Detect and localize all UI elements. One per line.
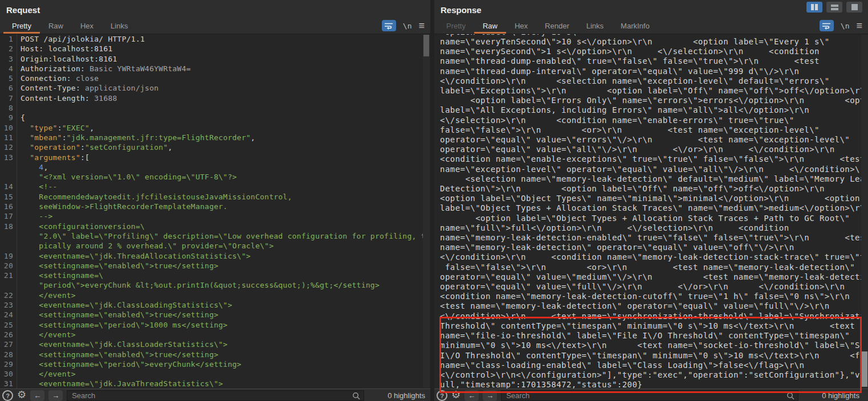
search-input[interactable]	[502, 391, 798, 400]
tab-raw[interactable]: Raw	[474, 18, 506, 34]
show-newlines-button[interactable]: \n	[841, 22, 850, 30]
response-scrollbar-thumb[interactable]	[862, 351, 867, 387]
response-scrollbar[interactable]	[861, 35, 868, 388]
code-line: 11 "mbean":"jdk.management.jfr:type=Flig…	[0, 133, 430, 142]
code-line: 29 <settingname=\"period\">everyChunk</s…	[0, 359, 430, 369]
code-line: 24 <settingname=\"enabled\">true</settin…	[0, 310, 430, 320]
tab-pretty[interactable]: Pretty	[438, 18, 474, 34]
code-line: pically around 2 % overhead.\" provider=…	[0, 241, 430, 251]
request-tabs: PrettyRawHexLinks	[3, 18, 136, 34]
code-line: name=\"file-io-threshold\" label=\"File …	[434, 331, 868, 341]
code-line: false=\"false\">\r\n <or>\r\n <test name…	[434, 263, 868, 272]
code-line: 13 "arguments":[	[0, 153, 430, 162]
tab-render[interactable]: Render	[536, 18, 578, 34]
code-line: name=\"full\">full<\/option>\r\n <\/sele…	[434, 223, 868, 233]
code-line: <\/selection>\r\n <condition name=\"enab…	[434, 116, 868, 125]
search-box	[501, 390, 798, 401]
help-icon[interactable]: ?	[2, 390, 13, 401]
code-line: name=\"everySecond\">1 s<\/option>\r\n <…	[434, 47, 868, 56]
search-settings-gear-icon[interactable]: ⚙	[451, 390, 461, 400]
response-tabs: PrettyRawHexRenderLinksMarkInfo	[438, 18, 658, 34]
request-tab-row: PrettyRawHexLinks \n ≡	[0, 18, 430, 34]
code-line: operator=\"equal\" value=\"full\"\/>\r\n…	[434, 282, 868, 292]
code-line: <condition name=\"enable-exceptions\" tr…	[434, 154, 868, 164]
tab-hex[interactable]: Hex	[506, 18, 536, 34]
code-line: name=\"class-loading-enabled\" label=\"C…	[434, 361, 868, 370]
response-tab-icons: \n ≡	[820, 20, 862, 31]
tab-markinfo[interactable]: MarkInfo	[612, 18, 658, 34]
code-line: 22 </event>	[0, 290, 430, 300]
code-line: 23 <eventname=\"jdk.ClassLoadingStatisti…	[0, 300, 430, 310]
word-wrap-icon	[384, 22, 393, 30]
code-line: name=\"everyTenSecond\">10 s<\/option>\r…	[434, 37, 868, 47]
response-tab-row: PrettyRawHexRenderLinksMarkInfo \n ≡	[434, 18, 868, 34]
code-line: 19 <eventname=\"jdk.ThreadAllocationStat…	[0, 251, 430, 261]
code-line: 14 <!--	[0, 182, 430, 191]
code-line: label=\"Exceptions\">\r\n <option label=…	[434, 86, 868, 96]
word-wrap-button[interactable]	[820, 20, 834, 31]
code-line: 4Authorization: Basic YWRtaW46YWRtaW4=	[0, 64, 430, 73]
tab-raw[interactable]: Raw	[40, 18, 72, 34]
code-line: 18 <configurationversion=\	[0, 222, 430, 231]
code-line: label=\"All Exceptions, including Errors…	[434, 105, 868, 115]
search-settings-gear-icon[interactable]: ⚙	[17, 390, 26, 400]
pane-square	[851, 4, 858, 10]
next-match-button[interactable]: →	[483, 390, 497, 401]
tab-pretty[interactable]: Pretty	[3, 18, 40, 34]
code-line: I\/O Threshold\" contentType=\"timespan\…	[434, 351, 868, 361]
code-line: name=\"memory-leak-detection-enabled\" t…	[434, 233, 868, 243]
code-line: 27 <eventname=\"jdk.ClassLoaderStatistic…	[0, 339, 430, 349]
code-line: <\/control>\r\n<\/configuration>"],"type…	[434, 370, 868, 380]
code-line: 17 -->	[0, 211, 430, 221]
code-line: Threshold\" contentType=\"timespan\" min…	[434, 321, 868, 331]
tab-links[interactable]: Links	[102, 18, 136, 34]
show-newlines-button[interactable]: \n	[403, 22, 412, 30]
code-line: 2Host: localhost:8161	[0, 44, 430, 54]
next-match-button[interactable]: →	[48, 390, 63, 401]
previous-match-button[interactable]: ←	[30, 390, 44, 401]
previous-match-button[interactable]: ←	[464, 390, 479, 401]
word-wrap-button[interactable]	[382, 20, 396, 31]
split-columns-button[interactable]	[806, 2, 822, 13]
code-line: "<?xml version=\"1.0\" encoding=\"UTF-8\…	[0, 172, 430, 182]
search-box	[67, 390, 364, 401]
code-line: 4,	[0, 162, 430, 172]
code-line: 30 </event>	[0, 369, 430, 379]
code-line: 28 <settingname=\"enabled\">true</settin…	[0, 350, 430, 359]
request-panel-title: Request	[0, 0, 430, 18]
code-line: 12 "operation":"setConfiguration",	[0, 142, 430, 152]
tab-links[interactable]: Links	[578, 18, 612, 34]
search-icon	[787, 392, 794, 400]
help-icon[interactable]: ?	[437, 390, 447, 401]
code-line: 16 seeWindow->FlightRecorderTemplateMana…	[0, 202, 430, 211]
code-line: 7Content-Length: 31688	[0, 93, 430, 103]
response-editor[interactable]: <option label=\"Every 10 s\" name=\"ever…	[434, 34, 868, 388]
code-line: <\/condition>\r\n <text name=\"synchroni…	[434, 312, 868, 321]
editor-menu-icon[interactable]: ≡	[856, 21, 862, 31]
tab-hex[interactable]: Hex	[72, 18, 102, 34]
request-editor[interactable]: 1POST /api/jolokia/ HTTP/1.12Host: local…	[0, 34, 430, 388]
split-rows-button[interactable]	[826, 2, 842, 13]
request-tab-icons: \n ≡	[382, 20, 425, 31]
code-line: <condition name=\"memory-leak-detection-…	[434, 292, 868, 301]
code-line: 15 Recommendedwaytoedit.jfcfilesistouseJ…	[0, 192, 430, 202]
code-line: name=\"thread-dump-enabled\" true=\"fals…	[434, 56, 868, 66]
code-line: "2.0\" label=\"Profiling\" description=\…	[0, 231, 430, 241]
request-scrollbar-thumb[interactable]	[423, 35, 429, 56]
code-line: 31 <eventname=\"jdk.JavaThreadStatistics…	[0, 379, 430, 388]
code-line: name=\"exception-level\" operator=\"equa…	[434, 165, 868, 174]
code-line: <\/condition>\r\n <selection name=\"exce…	[434, 76, 868, 86]
search-input[interactable]	[67, 391, 364, 400]
code-line: 6Content-Type: application/json	[0, 83, 430, 93]
single-pane-button[interactable]	[846, 2, 862, 13]
code-line: label=\"Object Types + Allocation Stack …	[434, 203, 868, 213]
request-scrollbar[interactable]	[423, 35, 430, 388]
burp-message-viewer: Request PrettyRawHexLinks \n ≡ 1POST /ap…	[0, 0, 868, 401]
request-code: 1POST /api/jolokia/ HTTP/1.12Host: local…	[0, 34, 430, 388]
code-line: 3Origin:localhost:8161	[0, 54, 430, 64]
column-bar	[811, 4, 814, 10]
code-line: minimum=\"0 s\">10 ms<\/text>\r\n <text …	[434, 341, 868, 350]
editor-menu-icon[interactable]: ≡	[418, 21, 425, 31]
column-bar	[815, 4, 818, 10]
code-line: <option label=\"Object Types\" name=\"mi…	[434, 194, 868, 203]
